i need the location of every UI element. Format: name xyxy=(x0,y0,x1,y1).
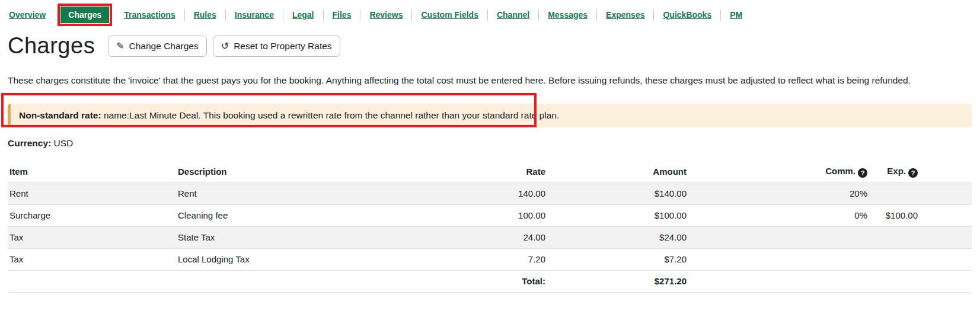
cell-empty xyxy=(8,271,172,293)
cell-exp: $100.00 xyxy=(873,205,924,227)
nav-tab-quickbooks[interactable]: QuickBooks xyxy=(662,10,713,20)
col-header-amount: Amount xyxy=(551,161,692,183)
cell-description: State Tax xyxy=(172,227,379,249)
nav-tabs: OverviewChargesTransactionsRulesInsuranc… xyxy=(8,4,972,26)
nav-divider xyxy=(360,9,360,21)
col-header-comm: Comm.? xyxy=(692,161,873,183)
cell-amount: $24.00 xyxy=(551,227,692,249)
cell-exp xyxy=(873,227,924,249)
nav-tab-messages[interactable]: Messages xyxy=(547,10,589,20)
nav-tab-overview[interactable]: Overview xyxy=(8,10,47,20)
table-row: SurchargeCleaning fee100.00$100.000%$100… xyxy=(8,205,972,227)
alert-text: name:Last Minute Deal. This booking used… xyxy=(101,110,560,120)
nav-divider xyxy=(225,9,226,21)
nav-tab-channel[interactable]: Channel xyxy=(496,10,531,20)
total-label: Total: xyxy=(379,271,551,293)
change-charges-label: Change Charges xyxy=(129,40,199,52)
cell-spacer xyxy=(924,205,972,227)
cell-item: Tax xyxy=(8,227,172,249)
total-row: Total: $271.20 xyxy=(8,271,972,293)
cell-description: Local Lodging Tax xyxy=(172,249,379,271)
col-header-item: Item xyxy=(8,161,172,183)
charges-table: Item Description Rate Amount Comm.? Exp.… xyxy=(8,161,972,293)
cell-spacer xyxy=(924,183,972,205)
nav-tab-legal[interactable]: Legal xyxy=(291,10,315,20)
cell-description: Rent xyxy=(172,183,379,205)
annotation-highlight: Charges xyxy=(58,4,112,26)
cell-rate: 7.20 xyxy=(379,249,551,271)
intro-text: These charges constitute the 'invoice' t… xyxy=(8,75,972,86)
nav-divider xyxy=(283,9,283,21)
currency-label: Currency: xyxy=(8,138,51,148)
help-icon[interactable]: ? xyxy=(908,168,918,178)
cell-exp xyxy=(873,183,924,205)
cell-item: Tax xyxy=(8,249,172,271)
cell-amount: $100.00 xyxy=(551,205,692,227)
change-charges-button[interactable]: ✎ Change Charges xyxy=(108,36,207,57)
table-header-row: Item Description Rate Amount Comm.? Exp.… xyxy=(8,161,972,183)
alert-bold-label: Non-standard rate: xyxy=(19,110,101,120)
nav-divider xyxy=(720,9,721,21)
nav-tab-reviews[interactable]: Reviews xyxy=(368,10,404,20)
page: OverviewChargesTransactionsRulesInsuranc… xyxy=(0,0,980,293)
nav-tab-expenses[interactable]: Expenses xyxy=(605,10,646,20)
reset-button-label: Reset to Property Rates xyxy=(234,40,331,52)
nav-tab-transactions[interactable]: Transactions xyxy=(123,10,176,20)
cell-comm xyxy=(692,227,873,249)
nav-tab-insurance[interactable]: Insurance xyxy=(234,10,275,20)
cell-empty xyxy=(172,271,379,293)
charges-table-body: RentRent140.00$140.0020%SurchargeCleanin… xyxy=(8,183,972,271)
nav-tab-charges[interactable]: Charges xyxy=(60,7,109,23)
nav-divider xyxy=(323,9,324,21)
nav-tab-rules[interactable]: Rules xyxy=(193,10,218,20)
cell-comm xyxy=(692,249,873,271)
nav-tab-files[interactable]: Files xyxy=(331,10,353,20)
comm-label: Comm. xyxy=(825,166,855,176)
cell-empty xyxy=(692,271,873,293)
currency-line: Currency: USD xyxy=(8,138,972,149)
undo-icon: ↺ xyxy=(221,41,229,51)
reset-to-property-rates-button[interactable]: ↺ Reset to Property Rates xyxy=(213,36,340,57)
cell-rate: 140.00 xyxy=(379,183,551,205)
cell-item: Surcharge xyxy=(8,205,172,227)
cell-empty xyxy=(873,271,924,293)
pencil-icon: ✎ xyxy=(116,41,124,51)
nav-tab-pm[interactable]: PM xyxy=(729,10,743,20)
cell-rate: 100.00 xyxy=(379,205,551,227)
table-row: RentRent140.00$140.0020% xyxy=(8,183,972,205)
nav-divider xyxy=(538,9,539,21)
cell-description: Cleaning fee xyxy=(172,205,379,227)
table-row: TaxLocal Lodging Tax7.20$7.20 xyxy=(8,249,972,271)
total-value: $271.20 xyxy=(551,271,692,293)
non-standard-rate-alert: Non-standard rate: name:Last Minute Deal… xyxy=(8,104,972,127)
nav-divider xyxy=(411,9,412,21)
cell-exp xyxy=(873,249,924,271)
col-header-spacer xyxy=(924,161,972,183)
cell-item: Rent xyxy=(8,183,172,205)
title-row: Charges ✎ Change Charges ↺ Reset to Prop… xyxy=(8,33,972,59)
nav-divider xyxy=(487,9,488,21)
col-header-exp: Exp.? xyxy=(873,161,924,183)
exp-label: Exp. xyxy=(887,166,906,176)
cell-amount: $140.00 xyxy=(551,183,692,205)
nav-divider xyxy=(653,9,654,21)
col-header-description: Description xyxy=(172,161,379,183)
col-header-rate: Rate xyxy=(379,161,551,183)
cell-rate: 24.00 xyxy=(379,227,551,249)
page-title: Charges xyxy=(8,33,95,59)
cell-empty xyxy=(924,271,972,293)
cell-comm: 20% xyxy=(692,183,873,205)
cell-amount: $7.20 xyxy=(551,249,692,271)
nav-divider xyxy=(184,9,185,21)
nav-tab-custom-fields[interactable]: Custom Fields xyxy=(420,10,479,20)
cell-spacer xyxy=(924,227,972,249)
currency-value: USD xyxy=(54,138,74,148)
nav-divider xyxy=(596,9,597,21)
cell-comm: 0% xyxy=(692,205,873,227)
help-icon[interactable]: ? xyxy=(858,168,867,178)
alert-wrapper: Non-standard rate: name:Last Minute Deal… xyxy=(8,104,972,127)
table-row: TaxState Tax24.00$24.00 xyxy=(8,227,972,249)
cell-spacer xyxy=(924,249,972,271)
